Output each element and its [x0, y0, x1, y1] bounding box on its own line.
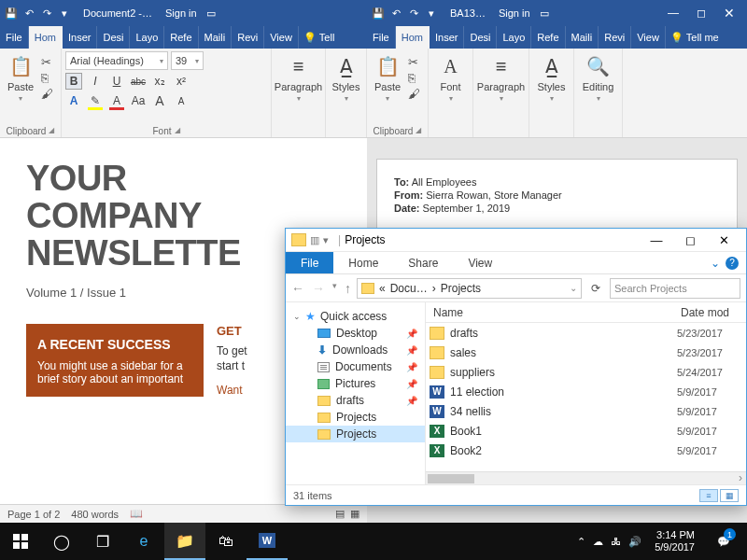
details-view-icon[interactable]: ≡	[699, 489, 718, 502]
dialog-launcher-icon[interactable]: ◢	[175, 126, 180, 136]
explorer-taskbar-button[interactable]: 📁	[164, 523, 205, 560]
paragraph-button[interactable]: ≡ Paragraph ▾	[275, 51, 321, 105]
onedrive-icon[interactable]: ☁	[593, 536, 603, 548]
search-input[interactable]: Search Projects	[610, 278, 740, 299]
page-indicator[interactable]: Page 1 of 2	[7, 509, 60, 520]
nav-item[interactable]: ⬇Downloads📌	[286, 342, 425, 358]
new-folder-icon[interactable]: ▾	[323, 234, 329, 246]
dialog-launcher-icon[interactable]: ◢	[416, 126, 421, 136]
bold-button[interactable]: B	[65, 73, 82, 90]
tab-review[interactable]: Revi	[599, 26, 631, 49]
recent-icon[interactable]: ▾	[332, 281, 337, 296]
tab-layout[interactable]: Layo	[130, 26, 164, 49]
properties-icon[interactable]: ▥	[310, 234, 319, 246]
read-mode-icon[interactable]: ▤	[335, 508, 345, 520]
help-icon[interactable]: ?	[726, 257, 739, 270]
tab-view[interactable]: View	[631, 26, 666, 49]
tray-overflow-icon[interactable]: ⌃	[577, 536, 585, 548]
sidebar-story[interactable]: A RECENT SUCCESS You might use a sidebar…	[26, 324, 204, 398]
tab-file[interactable]: File	[286, 252, 333, 273]
redo-icon[interactable]: ↷	[39, 6, 54, 21]
tab-view[interactable]: View	[264, 26, 299, 49]
tab-design[interactable]: Desi	[464, 26, 497, 49]
cut-icon[interactable]: ✂	[41, 55, 53, 69]
subscript-button[interactable]: x₂	[151, 73, 168, 90]
titlebar[interactable]: 💾 ↶ ↷ ▾ BA13… Sign in ▭ — ◻ ✕	[367, 0, 747, 26]
tab-layout[interactable]: Layo	[497, 26, 531, 49]
font-effects-button[interactable]: A	[65, 92, 82, 109]
highlight-button[interactable]: ✎	[87, 92, 104, 109]
list-item[interactable]: W11 election5/9/2017	[426, 382, 746, 401]
start-button[interactable]	[0, 523, 41, 560]
sign-in-link[interactable]: Sign in	[165, 7, 197, 19]
column-headers[interactable]: Name Date mod	[426, 302, 746, 323]
spellcheck-icon[interactable]: 📖	[130, 508, 143, 520]
titlebar[interactable]: 💾 ↶ ↷ ▾ Document2 -… Sign in ▭	[0, 0, 367, 26]
styles-button[interactable]: A̲ Styles ▾	[330, 51, 362, 105]
tab-home[interactable]: Hom	[396, 26, 430, 49]
nav-item[interactable]: Documents📌	[286, 358, 425, 375]
tab-mailings[interactable]: Maili	[566, 26, 599, 49]
close-icon[interactable]: ✕	[715, 0, 743, 26]
tab-file[interactable]: File	[0, 26, 29, 49]
copy-icon[interactable]: ⎘	[41, 71, 53, 85]
forward-icon[interactable]: →	[312, 281, 325, 296]
tab-home[interactable]: Hom	[29, 26, 63, 49]
nav-item[interactable]: Projects	[286, 426, 425, 442]
edge-button[interactable]: e	[123, 523, 164, 560]
ribbon-options-icon[interactable]: ▭	[206, 7, 216, 20]
up-icon[interactable]: ↑	[345, 281, 351, 296]
list-item[interactable]: XBook25/9/2017	[426, 441, 746, 460]
format-painter-icon[interactable]: 🖌	[41, 87, 53, 101]
word-count[interactable]: 480 words	[71, 509, 119, 520]
tab-file[interactable]: File	[367, 26, 396, 49]
save-icon[interactable]: 💾	[4, 6, 19, 21]
font-size-dropdown[interactable]: 39▾	[171, 51, 204, 70]
tab-insert[interactable]: Inser	[430, 26, 464, 49]
dialog-launcher-icon[interactable]: ◢	[49, 126, 54, 136]
volume-icon[interactable]: 🔊	[628, 536, 641, 548]
horizontal-scrollbar[interactable]	[426, 471, 746, 484]
tab-design[interactable]: Desi	[97, 26, 130, 49]
nav-item[interactable]: Projects	[286, 409, 425, 426]
breadcrumb[interactable]: « Docu… › Projects ⌄	[357, 278, 582, 299]
redo-icon[interactable]: ↷	[406, 6, 421, 21]
word-taskbar-button[interactable]: W	[247, 523, 288, 560]
network-icon[interactable]: 🖧	[611, 536, 621, 547]
tab-share[interactable]: Share	[393, 252, 453, 273]
shrink-font-button[interactable]: A	[173, 92, 190, 109]
underline-button[interactable]: U	[108, 73, 125, 90]
back-icon[interactable]: ←	[291, 281, 304, 296]
tab-view[interactable]: View	[453, 252, 507, 273]
paste-button[interactable]: 📋 Paste ▾	[4, 51, 37, 126]
tab-mailings[interactable]: Maili	[199, 26, 233, 49]
qat-more-icon[interactable]: ▾	[424, 6, 439, 21]
minimize-icon[interactable]: —	[659, 0, 687, 26]
history-dropdown-icon[interactable]: ⌄	[570, 283, 577, 293]
undo-icon[interactable]: ↶	[388, 6, 403, 21]
change-case-button[interactable]: Aa	[130, 92, 147, 109]
collapse-ribbon-icon[interactable]: ⌄	[711, 257, 720, 270]
list-item[interactable]: sales5/23/2017	[426, 343, 746, 362]
copy-icon[interactable]: ⎘	[408, 71, 420, 85]
tab-references[interactable]: Refe	[531, 26, 565, 49]
tell-me[interactable]: 💡Tell me	[666, 26, 724, 49]
grow-font-button[interactable]: A	[151, 92, 168, 109]
nav-item[interactable]: drafts📌	[286, 392, 425, 409]
superscript-button[interactable]: x²	[173, 73, 190, 90]
font-name-dropdown[interactable]: Arial (Headings)▾	[65, 51, 168, 70]
undo-icon[interactable]: ↶	[21, 6, 36, 21]
maximize-icon[interactable]: ◻	[673, 229, 707, 252]
italic-button[interactable]: I	[87, 73, 104, 90]
tab-review[interactable]: Revi	[232, 26, 264, 49]
styles-button[interactable]: A̲Styles▾	[533, 51, 570, 105]
cortana-button[interactable]: ◯	[41, 523, 82, 560]
list-item[interactable]: drafts5/23/2017	[426, 323, 746, 343]
large-icons-view-icon[interactable]: ▦	[720, 489, 739, 502]
sign-in-link[interactable]: Sign in	[499, 7, 530, 19]
maximize-icon[interactable]: ◻	[687, 0, 715, 26]
nav-item[interactable]: Desktop📌	[286, 325, 425, 342]
minimize-icon[interactable]: —	[640, 229, 673, 252]
explorer-titlebar[interactable]: ▥▾ | Projects — ◻ ✕	[286, 229, 746, 252]
article[interactable]: GET To getstart t Want	[217, 324, 247, 398]
